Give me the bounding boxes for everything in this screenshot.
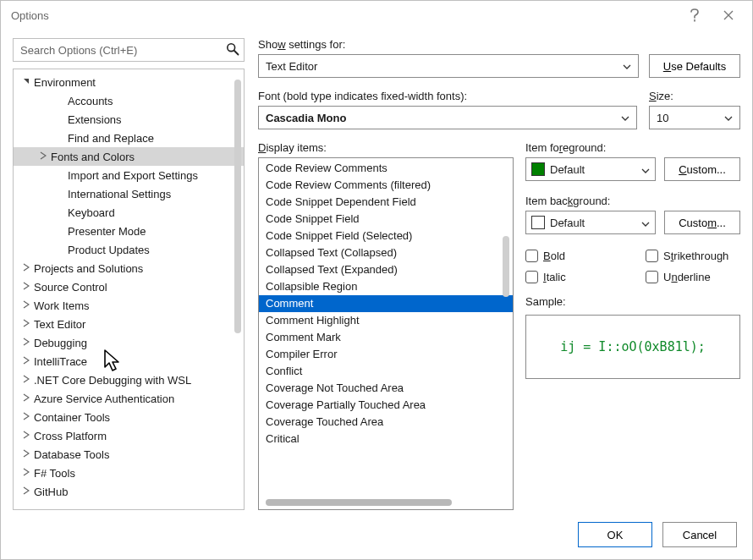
chevron-right-icon [37, 151, 49, 162]
right-panel: Show settings for: Text Editor Use Defau… [258, 38, 740, 510]
list-item[interactable]: Comment Highlight [259, 312, 513, 329]
chevron-right-icon [20, 412, 32, 422]
tree-item-label: IntelliTrace [34, 355, 87, 368]
chevron-right-icon [20, 431, 32, 441]
list-item[interactable]: Code Snippet Field (Selected) [259, 228, 513, 244]
help-button[interactable] [678, 3, 712, 27]
chevron-right-icon [20, 319, 32, 329]
list-item[interactable]: Collapsible Region [259, 278, 513, 295]
tree-item-label: International Settings [68, 188, 171, 200]
list-item[interactable]: Conflict [259, 363, 513, 380]
tree-item-label: Accounts [68, 95, 113, 107]
font-combo[interactable]: Cascadia Mono [258, 106, 637, 129]
italic-checkbox[interactable]: Italic [525, 271, 620, 283]
ok-button[interactable]: OK [578, 522, 652, 547]
tree-item[interactable]: Azure Service Authentication [14, 389, 244, 408]
tree-item[interactable]: Environment [14, 73, 244, 91]
tree-item-label: Azure Service Authentication [34, 393, 174, 405]
sample-text: ij = I::oO(0xB81l); [560, 339, 706, 354]
strikethrough-checkbox[interactable]: Strikethrough [646, 250, 740, 262]
foreground-combo[interactable]: Default [525, 157, 656, 181]
chevron-right-icon [20, 338, 32, 348]
chevron-right-icon [20, 375, 32, 385]
tree-item[interactable]: Database Tools [14, 445, 244, 464]
options-dialog: Options EnvironmentAccountsExtensionsFin… [0, 0, 753, 560]
tree-item[interactable]: Cross Platform [14, 426, 244, 445]
search-input[interactable] [13, 38, 245, 62]
show-settings-combo[interactable]: Text Editor [258, 54, 639, 78]
list-item[interactable]: Coverage Partially Touched Area [259, 397, 513, 414]
tree-item-label: Database Tools [34, 448, 109, 461]
tree-item[interactable]: .NET Core Debugging with WSL [14, 371, 244, 389]
tree-item[interactable]: Work Items [14, 296, 244, 315]
tree-item-label: Work Items [34, 299, 90, 312]
tree-scrollbar[interactable] [234, 80, 241, 333]
chevron-right-icon [20, 356, 32, 366]
list-item[interactable]: Comment [259, 295, 513, 312]
tree-item[interactable]: F# Tools [14, 464, 244, 482]
tree-item[interactable]: Accounts [14, 91, 244, 110]
tree-item[interactable]: International Settings [14, 184, 244, 203]
content-area: EnvironmentAccountsExtensionsFind and Re… [1, 30, 752, 510]
tree-item[interactable]: Debugging [14, 333, 244, 352]
tree-item[interactable]: Text Editor [14, 315, 244, 333]
tree-item[interactable]: Keyboard [14, 203, 244, 222]
underline-checkbox[interactable]: Underline [646, 271, 740, 283]
chevron-down-icon [621, 113, 629, 123]
bold-checkbox[interactable]: Bold [525, 250, 620, 262]
background-combo[interactable]: Default [525, 211, 656, 234]
tree-item[interactable]: Presenter Mode [14, 222, 244, 240]
search-wrap [13, 38, 245, 62]
background-swatch [531, 216, 545, 229]
category-tree[interactable]: EnvironmentAccountsExtensionsFind and Re… [13, 69, 245, 510]
tree-item[interactable]: GitHub [14, 482, 244, 501]
list-item[interactable]: Coverage Touched Area [259, 414, 513, 431]
chevron-right-icon [20, 300, 32, 310]
tree-item[interactable]: Fonts and Colors [14, 147, 244, 166]
tree-item-label: Find and Replace [68, 132, 154, 145]
list-item[interactable]: Comment Mark [259, 329, 513, 346]
chevron-right-icon [20, 263, 32, 273]
display-items-listbox[interactable]: Code Review CommentsCode Review Comments… [258, 157, 514, 510]
tree-item[interactable]: Source Control [14, 277, 244, 296]
chevron-right-icon [20, 449, 32, 459]
background-custom-button[interactable]: Custom... [664, 211, 740, 234]
chevron-down-icon [641, 217, 650, 229]
tree-item[interactable]: Find and Replace [14, 129, 244, 147]
tree-item-label: Projects and Solutions [34, 262, 143, 275]
cancel-button[interactable]: Cancel [662, 522, 737, 547]
show-settings-for-label: Show settings for: [258, 38, 740, 51]
size-combo[interactable]: 10 [649, 106, 740, 129]
show-settings-value: Text Editor [266, 60, 317, 73]
list-item[interactable]: Critical [259, 431, 513, 447]
item-settings-panel: Item foreground: Default Custom... [525, 141, 740, 510]
list-item[interactable]: Compiler Error [259, 346, 513, 363]
tree-item-label: Text Editor [34, 318, 85, 331]
use-defaults-button[interactable]: Use Defaults [649, 54, 740, 78]
list-item[interactable]: Coverage Not Touched Area [259, 380, 513, 397]
chevron-down-icon [641, 163, 650, 176]
list-item[interactable]: Code Review Comments [259, 160, 513, 177]
list-item[interactable]: Collapsed Text (Expanded) [259, 261, 513, 278]
list-item[interactable]: Code Snippet Dependent Field [259, 194, 513, 211]
close-button[interactable] [712, 3, 745, 27]
list-item[interactable]: Collapsed Text (Collapsed) [259, 244, 513, 261]
list-item[interactable]: Code Review Comments (filtered) [259, 177, 513, 194]
chevron-down-icon [724, 113, 733, 123]
foreground-custom-button[interactable]: Custom... [664, 157, 740, 181]
checkbox-icon [525, 250, 538, 262]
item-background-label: Item background: [525, 195, 740, 207]
listbox-scrollbar-horizontal[interactable] [266, 499, 452, 506]
tree-item[interactable]: Container Tools [14, 408, 244, 426]
tree-item[interactable]: Extensions [14, 110, 244, 129]
listbox-scrollbar-vertical[interactable] [503, 236, 509, 297]
tree-item[interactable]: Product Updates [14, 240, 244, 259]
checkbox-icon [646, 250, 658, 262]
list-item[interactable]: Code Snippet Field [259, 211, 513, 228]
tree-item[interactable]: Import and Export Settings [14, 166, 244, 184]
tree-item[interactable]: IntelliTrace [14, 352, 244, 371]
tree-item[interactable]: Projects and Solutions [14, 259, 244, 277]
chevron-down-icon [623, 61, 631, 71]
font-value: Cascadia Mono [266, 112, 346, 124]
size-value: 10 [657, 112, 668, 124]
